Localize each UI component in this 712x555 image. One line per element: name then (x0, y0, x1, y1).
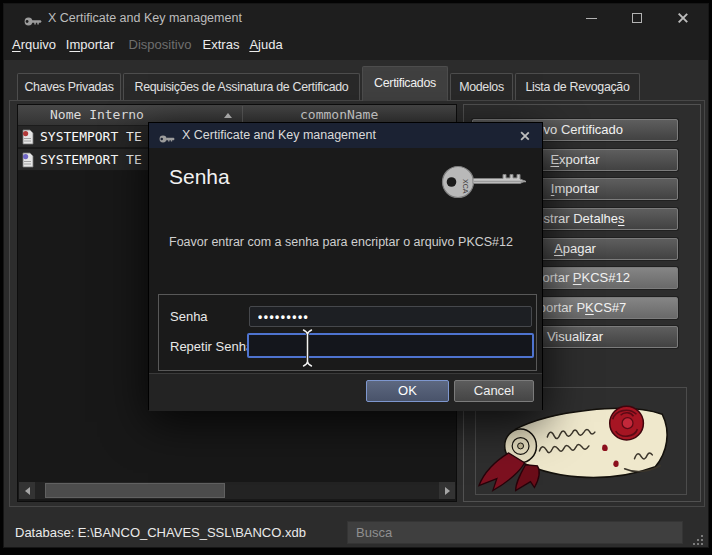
cancel-button[interactable]: Cancel (454, 380, 534, 402)
tab-certificados[interactable]: Certificados (362, 66, 448, 101)
menu-ajuda[interactable]: Ajuda (248, 32, 284, 58)
password-dialog: X Certificate and Key management Senha X… (148, 122, 543, 410)
dialog-key-icon (159, 130, 175, 148)
scrollbar-thumb[interactable] (45, 483, 225, 498)
close-button[interactable] (668, 8, 698, 28)
ok-button[interactable]: OK (366, 380, 449, 402)
database-path-label: Database: E:\BANCO_CHAVES_SSL\BANCO.xdb (15, 525, 306, 540)
search-input[interactable] (347, 521, 683, 544)
password-label: Senha (170, 309, 208, 324)
password-groupbox: Senha Repetir Senha (158, 294, 537, 371)
menu-dispositivo: Dispositivo (128, 32, 192, 58)
tab-requisicoes[interactable]: Requisições de Assinatura de Certificado (123, 73, 360, 101)
titlebar: X Certificate and Key management (4, 4, 708, 32)
menu-importar[interactable]: Importar (61, 32, 119, 58)
repeat-password-label: Repetir Senha (170, 339, 253, 354)
svg-text:XCA: XCA (462, 179, 469, 194)
tab-chaves-privadas[interactable]: Chaves Privadas (17, 73, 121, 101)
app-key-icon (24, 13, 42, 31)
sort-ascending-icon (224, 113, 232, 118)
dialog-titlebar: X Certificate and Key management (149, 123, 542, 148)
menubar: Arquivo Importar Dispositivo Extras Ajud… (4, 32, 708, 59)
resize-grip-icon[interactable] (692, 535, 704, 547)
dialog-title: X Certificate and Key management (182, 128, 376, 142)
menu-arquivo[interactable]: Arquivo (12, 32, 56, 58)
maximize-button[interactable] (622, 8, 652, 28)
menu-extras[interactable]: Extras (202, 32, 240, 58)
scroll-left-button[interactable] (19, 482, 35, 499)
minimize-icon (586, 18, 597, 19)
dialog-close-button[interactable] (516, 129, 534, 143)
dialog-heading: Senha (169, 165, 230, 189)
column-commonname[interactable]: commonName (300, 107, 378, 122)
big-key-icon: XCA (441, 163, 531, 205)
tab-modelos[interactable]: Modelos (450, 73, 513, 101)
close-icon (677, 12, 689, 24)
minimize-button[interactable] (576, 8, 606, 28)
dialog-footer: OK Cancel (149, 373, 542, 411)
window-title: X Certificate and Key management (48, 11, 242, 25)
certificate-blue-icon (21, 152, 34, 171)
horizontal-scrollbar[interactable] (19, 482, 455, 499)
certificate-red-icon (21, 129, 34, 148)
tab-lista-revogacao[interactable]: Lista de Revogação (515, 73, 640, 101)
password-input[interactable] (249, 306, 532, 327)
dialog-message: Foavor entrar com a senha para encriptar… (169, 235, 513, 249)
row-name: SYSTEMPORT TE (40, 129, 142, 144)
ibeam-cursor (300, 327, 315, 373)
column-nome-interno[interactable]: Nome Interno (50, 107, 144, 122)
close-icon (520, 131, 531, 142)
row-name: SYSTEMPORT TE (40, 152, 142, 167)
maximize-icon (632, 13, 642, 23)
screen: { "window": { "title": "X Certificate an… (0, 0, 712, 555)
repeat-password-input[interactable] (247, 333, 534, 358)
arrow-right-icon (445, 487, 450, 495)
scroll-right-button[interactable] (439, 482, 455, 499)
arrow-left-icon (25, 487, 30, 495)
